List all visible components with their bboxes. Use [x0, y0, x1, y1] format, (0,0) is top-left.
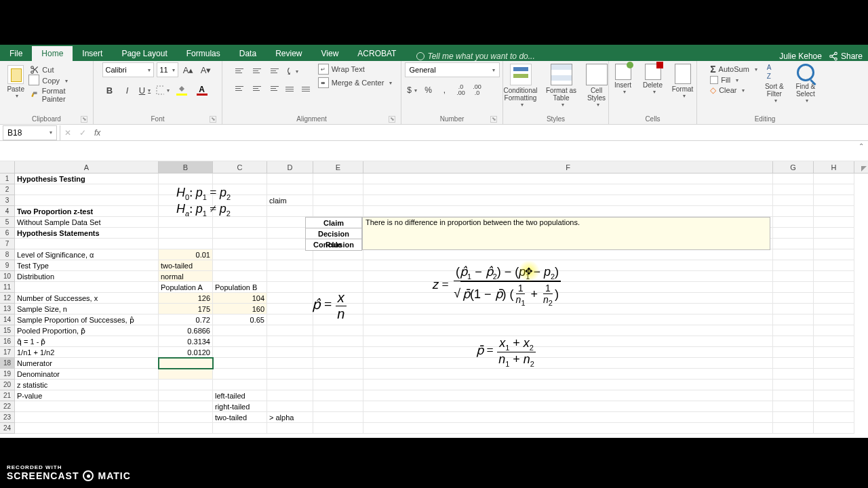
- cell-F24[interactable]: [363, 423, 773, 434]
- decrease-decimal-button[interactable]: .00.0: [470, 83, 485, 98]
- cell-H20[interactable]: [814, 380, 854, 390]
- cell-H5[interactable]: [814, 217, 854, 228]
- cell-H21[interactable]: [814, 390, 854, 401]
- cell-G15[interactable]: [773, 325, 814, 336]
- column-header-A[interactable]: A: [15, 161, 159, 173]
- cell-H2[interactable]: [814, 184, 854, 195]
- cell-C17[interactable]: [213, 347, 267, 358]
- cell-F3[interactable]: [363, 195, 773, 206]
- align-right-button[interactable]: [267, 81, 283, 95]
- cell-H10[interactable]: [814, 271, 854, 282]
- tab-acrobat[interactable]: ACROBAT: [348, 46, 406, 61]
- cell-H1[interactable]: [814, 174, 854, 184]
- cell-G9[interactable]: [773, 260, 814, 271]
- row-header-19[interactable]: 19: [0, 369, 15, 380]
- row-header-11[interactable]: 11: [0, 282, 15, 293]
- wrap-text-button[interactable]: ↵Wrap Text: [318, 64, 393, 75]
- cell-D3[interactable]: claim: [267, 195, 313, 206]
- merge-center-button[interactable]: ⬌Merge & Center▾: [318, 77, 393, 88]
- column-header-C[interactable]: C: [213, 161, 267, 173]
- cell-E18[interactable]: [313, 358, 363, 369]
- row-header-13[interactable]: 13: [0, 304, 15, 314]
- cell-E21[interactable]: [313, 390, 363, 401]
- cell-A15[interactable]: Pooled Proportion, p̄: [15, 325, 159, 336]
- row-header-10[interactable]: 10: [0, 271, 15, 282]
- row-header-17[interactable]: 17: [0, 347, 15, 358]
- cell-F9[interactable]: [363, 260, 773, 271]
- share-button[interactable]: Share: [829, 52, 863, 61]
- currency-button[interactable]: $▾: [405, 83, 420, 98]
- cell-A3[interactable]: [15, 195, 159, 206]
- cell-B13[interactable]: 175: [159, 304, 213, 314]
- cell-C9[interactable]: [213, 260, 267, 271]
- align-bottom-button[interactable]: [267, 64, 283, 77]
- cell-D16[interactable]: [267, 336, 313, 347]
- cell-C5[interactable]: [213, 217, 267, 228]
- cell-F20[interactable]: [363, 380, 773, 390]
- row-header-6[interactable]: 6: [0, 228, 15, 239]
- cancel-formula-button[interactable]: ✕: [60, 125, 75, 140]
- cell-B7[interactable]: [159, 239, 213, 249]
- cell-B16[interactable]: 0.3134: [159, 336, 213, 347]
- collapse-ribbon-button[interactable]: ⌃: [859, 142, 864, 150]
- cell-E24[interactable]: [313, 423, 363, 434]
- cell-D1[interactable]: [267, 174, 313, 184]
- increase-indent-button[interactable]: [300, 81, 315, 96]
- font-size-selector[interactable]: 11▾: [157, 62, 178, 77]
- cell-G21[interactable]: [773, 390, 814, 401]
- cell-E17[interactable]: [313, 347, 363, 358]
- cell-B8[interactable]: 0.01: [159, 249, 213, 260]
- cell-E22[interactable]: [313, 401, 363, 412]
- cell-F15[interactable]: [363, 325, 773, 336]
- column-header-D[interactable]: D: [267, 161, 313, 173]
- cell-D20[interactable]: [267, 380, 313, 390]
- cell-D9[interactable]: [267, 260, 313, 271]
- cell-E15[interactable]: [313, 325, 363, 336]
- cell-F23[interactable]: [363, 412, 773, 423]
- cell-D18[interactable]: [267, 358, 313, 369]
- fx-icon[interactable]: fx: [94, 128, 100, 138]
- copy-button[interactable]: Copy▾: [30, 76, 89, 85]
- cell-A2[interactable]: [15, 184, 159, 195]
- alignment-dialog-launcher[interactable]: ⬊: [389, 116, 395, 123]
- row-header-7[interactable]: 7: [0, 239, 15, 249]
- cell-C6[interactable]: [213, 228, 267, 239]
- cell-E8[interactable]: [313, 249, 363, 260]
- row-header-12[interactable]: 12: [0, 293, 15, 304]
- cell-A21[interactable]: P-value: [15, 390, 159, 401]
- cell-F16[interactable]: [363, 336, 773, 347]
- cell-D13[interactable]: [267, 304, 313, 314]
- cell-E19[interactable]: [313, 369, 363, 380]
- decrease-indent-button[interactable]: [284, 81, 299, 96]
- tab-page-layout[interactable]: Page Layout: [112, 46, 176, 61]
- cell-C1[interactable]: [213, 174, 267, 184]
- cell-A11[interactable]: [15, 282, 159, 293]
- cell-A19[interactable]: Denominator: [15, 369, 159, 380]
- cell-H24[interactable]: [814, 423, 854, 434]
- cell-A1[interactable]: Hypothesis Testing: [15, 174, 159, 184]
- cell-H8[interactable]: [814, 249, 854, 260]
- cell-B10[interactable]: normal: [159, 271, 213, 282]
- percent-button[interactable]: %: [421, 83, 436, 98]
- cell-H12[interactable]: [814, 293, 854, 304]
- cell-F8[interactable]: [363, 249, 773, 260]
- cell-C12[interactable]: 104: [213, 293, 267, 304]
- cell-H15[interactable]: [814, 325, 854, 336]
- cell-C22[interactable]: right-tailed: [213, 401, 267, 412]
- paste-button[interactable]: Paste ▾: [4, 62, 27, 99]
- cell-C19[interactable]: [213, 369, 267, 380]
- row-header-8[interactable]: 8: [0, 249, 15, 260]
- cell-H4[interactable]: [814, 206, 854, 217]
- cell-H23[interactable]: [814, 412, 854, 423]
- cell-C11[interactable]: Population B: [213, 282, 267, 293]
- cell-C20[interactable]: [213, 380, 267, 390]
- row-header-23[interactable]: 23: [0, 412, 15, 423]
- fill-color-button[interactable]: [173, 83, 191, 98]
- cell-F21[interactable]: [363, 390, 773, 401]
- spreadsheet-grid[interactable]: A B C D E F G H 1Hypothesis Testing23cla…: [0, 161, 868, 436]
- cell-E10[interactable]: [313, 271, 363, 282]
- row-header-15[interactable]: 15: [0, 325, 15, 336]
- borders-button[interactable]: ▾: [155, 83, 170, 98]
- row-header-9[interactable]: 9: [0, 260, 15, 271]
- column-header-G[interactable]: G: [773, 161, 814, 173]
